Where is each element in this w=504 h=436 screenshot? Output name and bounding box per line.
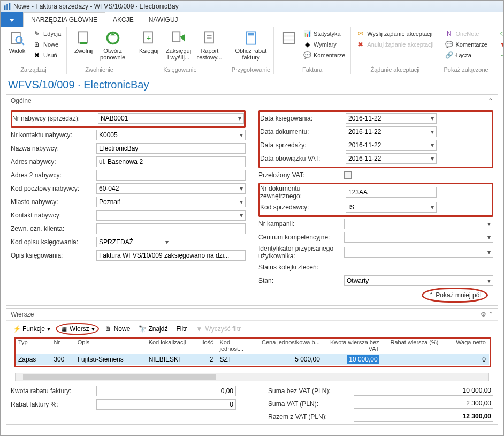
contact-field[interactable]: ▾ — [96, 210, 246, 221]
dimensions-button[interactable]: ◆Wymiary — [301, 39, 347, 50]
onenote-button[interactable]: NOneNote — [442, 28, 489, 39]
postdesc-code-field[interactable]: SPRZEDAŻ▾ — [96, 237, 171, 247]
svg-rect-1 — [6, 4, 8, 10]
send-approval-button[interactable]: ✉Wyślij żądanie akceptacji — [354, 28, 436, 39]
posting-date-field[interactable]: 2016-11-22▾ — [346, 113, 437, 124]
post-send-button[interactable]: Zaksięguj i wyślij... — [162, 28, 195, 62]
line-functions-button[interactable]: ⚡Funkcje ▾ — [10, 324, 54, 334]
svg-rect-14 — [205, 32, 213, 43]
reopen-button[interactable]: Otwórz ponownie — [97, 28, 128, 62]
tab-navigate[interactable]: NAWIGUJ — [141, 12, 186, 27]
address2-field[interactable] — [96, 170, 246, 181]
bolt-icon: ⚡ — [13, 325, 20, 333]
grid-icon: ▦ — [60, 325, 67, 333]
vat-date-field[interactable]: 2016-11-22▾ — [346, 153, 437, 164]
city-field[interactable]: Poznań▾ — [96, 197, 246, 207]
state-field[interactable]: Otwarty▾ — [344, 275, 493, 286]
reopen-icon — [104, 29, 121, 47]
assigned-field[interactable]: ▾ — [344, 247, 493, 258]
statistics-button[interactable]: 📊Statystyka — [301, 28, 347, 39]
send-icon: ✉ — [356, 29, 365, 38]
show-less-fields-button[interactable]: ⌃ Pokaż mniej pól — [422, 288, 488, 303]
postponed-vat-checkbox[interactable] — [344, 171, 352, 179]
svg-marker-3 — [9, 19, 14, 22]
svg-rect-7 — [79, 32, 87, 43]
clear-filter-button[interactable]: ▼W — [497, 39, 503, 50]
filter-clear-icon: ▼ — [195, 325, 203, 333]
comment-icon: 💬 — [303, 51, 311, 59]
svg-rect-19 — [284, 33, 295, 44]
svg-rect-18 — [248, 33, 254, 36]
fasttab-general: Ogólne ⌃ Nr nabywcy (sprzedaż): NAB0001▾… — [6, 94, 498, 306]
refresh-button[interactable]: ⟳O — [497, 28, 503, 39]
binoculars-icon: 🔭 — [139, 325, 146, 333]
extdoc-field[interactable]: 123AA — [346, 187, 437, 198]
doc-new-icon: 🗎 — [104, 325, 112, 333]
file-tab[interactable] — [1, 12, 23, 27]
queue-field — [344, 262, 493, 273]
inv-discount-pct-field[interactable]: 0 — [96, 399, 236, 410]
arrow-left-icon: ← — [499, 51, 503, 59]
stats-icon: 📊 — [303, 29, 311, 38]
eye-icon — [9, 29, 26, 47]
tab-actions[interactable]: AKCJE — [105, 12, 141, 27]
post-button[interactable]: +Księguj — [135, 28, 162, 55]
salesperson-field[interactable]: IS▾ — [346, 202, 437, 213]
release-button[interactable]: Zwolnij — [70, 28, 97, 55]
lines-grid[interactable]: Typ Nr Opis Kod lokalizacji Ilość Kod je… — [15, 337, 489, 365]
svg-rect-12 — [172, 32, 180, 42]
test-report-button[interactable]: Raport testowy... — [195, 28, 225, 62]
address-field[interactable]: ul. Basenowa 2 — [96, 156, 246, 167]
buyer-no-field[interactable]: NAB0001▾ — [98, 113, 244, 124]
ribbon-group-prepare: Przygotowanie — [232, 66, 270, 73]
dimensions-icon: ◆ — [303, 40, 311, 49]
line-row-button[interactable]: ▦Wiersz ▾ — [56, 323, 99, 335]
svg-text:+: + — [147, 34, 151, 42]
sum-vat-value: 2 300,00 — [354, 399, 493, 409]
chevron-down-icon: ▾ — [238, 115, 241, 122]
calc-discount-button[interactable]: Oblicz rabat faktury — [232, 28, 270, 62]
fasttab-lines: Wiersze ⚙ ⌃ ⚡Funkcje ▾ ▦Wiersz ▾ 🗎Nowe 🔭… — [6, 308, 498, 425]
sum-excl-value: 10 000,00 — [354, 386, 493, 396]
cancel-approval-button[interactable]: ✖Anuluj żądanie akceptacji — [354, 39, 436, 50]
fasttab-lines-header[interactable]: Wiersze ⚙ ⌃ — [6, 309, 498, 321]
doc-new-icon: 🗎 — [33, 40, 41, 49]
buyer-no-label: Nr nabywcy (sprzedaż): — [12, 115, 98, 122]
view-button[interactable]: Widok — [4, 28, 30, 55]
prev-button[interactable]: ←P — [497, 50, 503, 61]
svg-point-5 — [16, 37, 22, 43]
edit-button[interactable]: ✎Edycja — [30, 28, 63, 39]
contact-no-field[interactable]: K0005▾ — [96, 130, 246, 140]
line-filter-button[interactable]: Filtr — [173, 324, 190, 334]
table-row[interactable]: Zapas 300 Fujitsu-Siemens NIEBIESKI 2 SZ… — [15, 354, 489, 365]
filter-clear-icon: ▼ — [499, 40, 503, 49]
report-icon — [201, 29, 218, 47]
inv-discount-amt-field[interactable]: 0,00 — [96, 386, 236, 396]
gear-icon[interactable]: ⚙ ⌃ — [480, 311, 493, 318]
comments-button[interactable]: 💬Komentarze — [301, 50, 347, 61]
postdesc-field[interactable]: Faktura WFVS/10/009 zaksięgowano na dzi.… — [96, 250, 246, 261]
line-clear-filter-button[interactable]: ▼Wyczyść filtr — [192, 324, 244, 334]
calculator-icon — [242, 29, 259, 47]
sale-date-field[interactable]: 2016-11-22▾ — [346, 140, 437, 151]
postcode-field[interactable]: 60-042▾ — [96, 183, 246, 194]
svg-line-6 — [21, 42, 24, 45]
line-new-button[interactable]: 🗎Nowe — [101, 324, 134, 334]
title-bar: Nowe - Faktura sprzedaży - WFVS/10/009 ·… — [1, 1, 503, 12]
line-find-button[interactable]: 🔭Znajdź — [135, 324, 171, 334]
link-icon: 🔗 — [445, 51, 453, 59]
horizontal-scrollbar[interactable] — [15, 373, 489, 381]
delete-icon: ✖ — [33, 51, 41, 59]
tab-main-tools[interactable]: NARZĘDZIA GŁÓWNE — [23, 12, 105, 27]
buyer-name-field[interactable]: ElectronicBay — [96, 143, 246, 154]
svg-marker-13 — [180, 34, 185, 42]
doc-date-field[interactable]: 2016-11-22▾ — [346, 126, 437, 137]
delete-button[interactable]: ✖Usuń — [30, 50, 63, 61]
extcust-field[interactable] — [96, 223, 246, 234]
attach-comments-button[interactable]: 💬Komentarze — [442, 39, 489, 50]
respcenter-field[interactable]: ▾ — [344, 232, 493, 243]
links-button[interactable]: 🔗Łącza — [442, 50, 489, 61]
campaign-field[interactable]: ▾ — [344, 219, 493, 229]
new-button[interactable]: 🗎Nowe — [30, 39, 63, 50]
fasttab-general-header[interactable]: Ogólne ⌃ — [6, 95, 498, 107]
